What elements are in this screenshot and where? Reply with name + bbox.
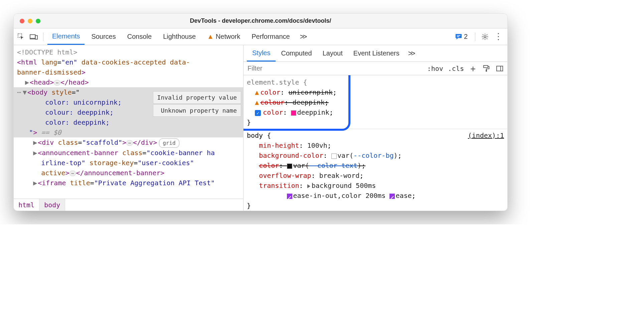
styles-filter-input[interactable] [247, 64, 423, 73]
tab-event-listeners[interactable]: Event Listeners [348, 45, 405, 62]
issues-icon [455, 33, 462, 40]
svg-rect-3 [35, 35, 37, 39]
banner-node[interactable]: irline-top" storage-key="user-cookies" [14, 158, 243, 168]
window-title: DevTools - developer.chrome.com/docs/dev… [14, 17, 507, 24]
warning-icon: ▲ [255, 88, 259, 96]
rule-close: } [244, 201, 507, 211]
svg-rect-4 [457, 35, 460, 36]
tab-computed[interactable]: Computed [276, 45, 317, 62]
more-subtabs-icon[interactable]: >> [405, 49, 418, 58]
svg-line-12 [487, 38, 487, 39]
rule-close: } [244, 117, 507, 127]
doctype-node[interactable]: <!DOCTYPE html> [14, 47, 243, 57]
style-rule[interactable]: overflow-wrap: break-word; [244, 171, 507, 181]
validation-tooltips: Invalid property value Unknown property … [153, 91, 241, 117]
minimize-window-icon[interactable] [28, 19, 32, 23]
maximize-window-icon[interactable] [36, 19, 40, 23]
tab-performance[interactable]: Performance [247, 28, 295, 45]
warning-icon: ▲ [207, 33, 214, 40]
window-titlebar: DevTools - developer.chrome.com/docs/dev… [14, 14, 507, 28]
inspect-element-icon[interactable] [16, 31, 26, 42]
breadcrumb: html body [14, 199, 243, 211]
elements-panel: <!DOCTYPE html> <html lang="en" data-coo… [14, 45, 244, 211]
color-swatch[interactable] [291, 110, 296, 116]
tooltip-invalid-value: Invalid property value [153, 91, 241, 104]
body-selector[interactable]: (index):1body { [244, 130, 507, 140]
svg-line-14 [487, 34, 487, 35]
tab-network[interactable]: ▲ Network [202, 28, 245, 45]
more-tabs-icon[interactable]: >> [297, 32, 309, 41]
svg-rect-16 [486, 70, 487, 72]
style-rule[interactable]: transition: background 500ms [244, 181, 507, 191]
styles-rules[interactable]: element.style { ▲color: unicornpink; ▲co… [244, 75, 507, 211]
tab-sources[interactable]: Sources [87, 28, 120, 45]
svg-rect-1 [30, 34, 35, 38]
checkbox-on-icon[interactable]: ✓ [255, 110, 261, 116]
html-node[interactable]: banner-dismissed> [14, 67, 243, 77]
body-node-close[interactable]: "> == $0 [14, 127, 243, 137]
style-rule[interactable]: background-color: var(--color-bg); [244, 150, 507, 160]
warning-icon: ▲ [255, 98, 259, 106]
banner-node[interactable]: active>⋯</announcement-banner> [14, 168, 243, 178]
svg-rect-17 [497, 66, 503, 71]
svg-rect-5 [457, 36, 459, 37]
expand-icon[interactable] [307, 184, 310, 188]
dom-tree[interactable]: <!DOCTYPE html> <html lang="en" data-coo… [14, 45, 243, 199]
tab-layout[interactable]: Layout [317, 45, 348, 62]
style-rule[interactable]: ease-in-out,color 200ms ease; [244, 191, 507, 201]
window-controls [14, 19, 40, 23]
tab-network-label: Network [216, 33, 240, 40]
breadcrumb-body[interactable]: body [39, 199, 65, 211]
style-rule[interactable]: color: var( color text); [244, 160, 507, 171]
grid-badge[interactable]: grid [159, 138, 179, 148]
main-toolbar: Elements Sources Console Lighthouse ▲ Ne… [14, 28, 507, 45]
styles-panel: Styles Computed Layout Event Listeners >… [244, 45, 507, 211]
sidepanel-tabs: Styles Computed Layout Event Listeners >… [244, 45, 507, 62]
hov-toggle[interactable]: :hov [427, 65, 443, 73]
style-rule[interactable]: ✓color: deeppink; [244, 107, 507, 117]
new-style-rule-icon[interactable]: + [469, 64, 477, 74]
toolbar-divider [43, 32, 43, 41]
breadcrumb-html[interactable]: html [14, 199, 39, 211]
tooltip-unknown-property: Unknown property name [153, 104, 241, 117]
device-toggle-icon[interactable] [28, 31, 39, 42]
devtools-window: DevTools - developer.chrome.com/docs/dev… [13, 13, 508, 211]
svg-rect-15 [484, 65, 488, 67]
html-node[interactable]: <html lang="en" data-cookies-accepted da… [14, 57, 243, 67]
cls-toggle[interactable]: .cls [448, 65, 464, 73]
source-link[interactable]: (index):1 [468, 130, 504, 140]
tab-console[interactable]: Console [123, 28, 156, 45]
style-rule[interactable]: min-height: 100vh; [244, 140, 507, 150]
svg-line-11 [483, 34, 483, 35]
content-split: <!DOCTYPE html> <html lang="en" data-coo… [14, 45, 507, 211]
body-style-line[interactable]: color: deeppink; [14, 117, 243, 127]
tab-elements[interactable]: Elements [47, 28, 85, 45]
element-style-selector[interactable]: element.style { [244, 77, 507, 87]
bezier-icon[interactable] [287, 194, 292, 199]
issues-badge[interactable]: 2 [452, 31, 471, 42]
bezier-icon[interactable] [389, 194, 395, 199]
more-options-icon[interactable]: ⋮ [493, 31, 504, 42]
iframe-node[interactable]: ▶<iframe title="Private Aggregation API … [14, 178, 243, 188]
color-swatch[interactable] [287, 164, 292, 169]
styles-filter-bar: :hov .cls + [244, 62, 507, 75]
style-rule[interactable]: ▲color: unicornpink; [244, 87, 507, 97]
issues-count: 2 [464, 33, 468, 40]
color-swatch[interactable] [331, 153, 337, 159]
tab-styles[interactable]: Styles [247, 45, 276, 62]
panel-toggle-icon[interactable] [495, 65, 504, 72]
head-node[interactable]: ▶<head>⋯</head> [14, 77, 243, 87]
scaffold-node[interactable]: ▶<div class="scaffold">⋯</div>grid [14, 137, 243, 148]
svg-line-13 [483, 38, 483, 39]
settings-icon[interactable] [479, 33, 491, 40]
style-rule[interactable]: ▲colour: deeppink; [244, 97, 507, 107]
paint-format-icon[interactable] [482, 65, 491, 72]
close-window-icon[interactable] [20, 19, 24, 23]
toolbar-divider [475, 32, 475, 41]
tab-lighthouse[interactable]: Lighthouse [158, 28, 200, 45]
banner-node[interactable]: ▶<announcement-banner class="cookie-bann… [14, 148, 243, 158]
svg-point-6 [484, 35, 486, 37]
